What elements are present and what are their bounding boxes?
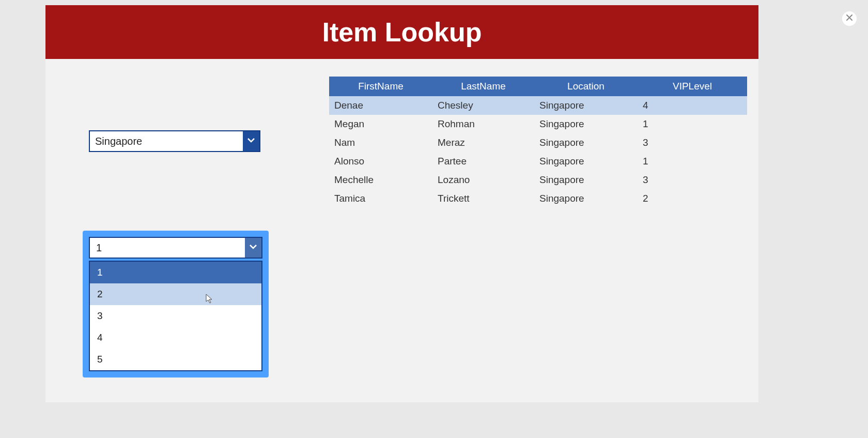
chevron-down-icon [249, 243, 257, 253]
vip-dropdown-value: 1 [90, 238, 245, 258]
vip-dropdown-list: 12345 [89, 261, 262, 371]
table-cell: Singapore [534, 152, 638, 171]
table-cell: Chesley [432, 96, 534, 115]
vip-dropdown-highlight: 1 12345 [83, 231, 269, 377]
column-header-location[interactable]: Location [534, 77, 638, 96]
column-header-firstname[interactable]: FirstName [329, 77, 432, 96]
location-dropdown[interactable]: Singapore [89, 130, 260, 152]
column-header-viplevel[interactable]: VIPLevel [638, 77, 747, 96]
table-cell: Alonso [329, 152, 432, 171]
vip-dropdown-option[interactable]: 4 [90, 327, 261, 349]
table-cell: 3 [638, 171, 747, 189]
table-cell: Nam [329, 133, 432, 152]
location-dropdown-button[interactable] [243, 131, 259, 151]
table-cell: 1 [638, 152, 747, 171]
table-row[interactable]: MechelleLozanoSingapore3 [329, 171, 747, 189]
table-cell: Trickett [432, 189, 534, 208]
vip-dropdown-option[interactable]: 3 [90, 305, 261, 327]
table-cell: Meraz [432, 133, 534, 152]
vip-dropdown[interactable]: 1 [89, 237, 262, 259]
table-header-row: FirstName LastName Location VIPLevel [329, 77, 747, 96]
table-cell: Mechelle [329, 171, 432, 189]
table-row[interactable]: AlonsoParteeSingapore1 [329, 152, 747, 171]
table-cell: Rohman [432, 115, 534, 133]
table-cell: Singapore [534, 96, 638, 115]
column-header-lastname[interactable]: LastName [432, 77, 534, 96]
table-cell: Denae [329, 96, 432, 115]
vip-dropdown-button[interactable] [245, 238, 261, 258]
table-row[interactable]: DenaeChesleySingapore4 [329, 96, 747, 115]
table-cell: Lozano [432, 171, 534, 189]
results-table: FirstName LastName Location VIPLevel Den… [329, 77, 747, 208]
table-cell: 4 [638, 96, 747, 115]
table-cell: Singapore [534, 115, 638, 133]
page-title: Item Lookup [322, 17, 482, 48]
chevron-down-icon [247, 136, 255, 146]
table-cell: Singapore [534, 189, 638, 208]
vip-dropdown-option[interactable]: 2 [90, 283, 261, 305]
table-row[interactable]: MeganRohmanSingapore1 [329, 115, 747, 133]
title-bar: Item Lookup [45, 5, 758, 59]
table-cell: Tamica [329, 189, 432, 208]
table-cell: Partee [432, 152, 534, 171]
close-button[interactable] [842, 11, 857, 26]
table-row[interactable]: TamicaTrickettSingapore2 [329, 189, 747, 208]
table-cell: 2 [638, 189, 747, 208]
item-lookup-panel: Item Lookup Singapore 1 [45, 5, 758, 402]
table-cell: Megan [329, 115, 432, 133]
table-cell: 1 [638, 115, 747, 133]
table-row[interactable]: NamMerazSingapore3 [329, 133, 747, 152]
location-dropdown-value: Singapore [90, 131, 243, 151]
close-icon [846, 14, 853, 23]
vip-dropdown-option[interactable]: 5 [90, 349, 261, 370]
vip-dropdown-option[interactable]: 1 [90, 262, 261, 283]
table-cell: 3 [638, 133, 747, 152]
table-cell: Singapore [534, 133, 638, 152]
table-cell: Singapore [534, 171, 638, 189]
